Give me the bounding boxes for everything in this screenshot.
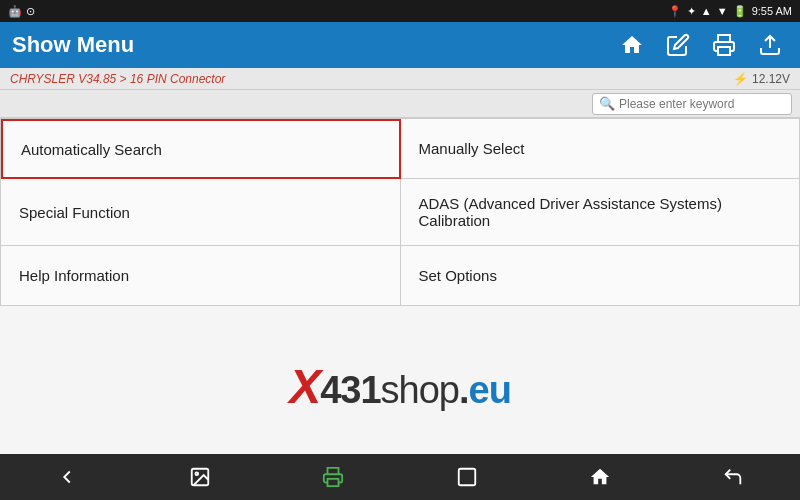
main-content: Automatically Search Manually Select Spe… [0,118,800,306]
edit-button[interactable] [660,27,696,63]
nav-home-button[interactable] [575,457,625,497]
wifi-status-icon: ▼ [717,5,728,17]
svg-rect-4 [328,479,339,486]
battery-status-icon: ⚡ [733,72,748,86]
location-icon: 📍 [668,5,682,18]
menu-item-auto-search[interactable]: Automatically Search [1,119,401,179]
logo: X431shop.eu [289,359,511,414]
svg-point-3 [195,472,198,475]
vehicle-info: CHRYSLER V34.85 > 16 PIN Connector [10,72,225,86]
time-display: 9:55 AM [752,5,792,17]
status-bar: 🤖 ⊙ 📍 ✦ ▲ ▼ 🔋 9:55 AM [0,0,800,22]
status-right: 📍 ✦ ▲ ▼ 🔋 9:55 AM [668,5,792,18]
search-icon: 🔍 [599,96,615,111]
nav-print-button[interactable] [308,457,358,497]
voltage-display: 12.12V [752,72,790,86]
menu-item-adas[interactable]: ADAS (Advanced Driver Assistance Systems… [401,179,801,246]
menu-grid: Automatically Search Manually Select Spe… [0,118,800,306]
search-input[interactable] [619,97,785,111]
logo-x: X [289,360,320,413]
export-button[interactable] [752,27,788,63]
logo-area: X431shop.eu [0,306,800,466]
nav-square-button[interactable] [442,457,492,497]
battery-icon: 🔋 [733,5,747,18]
nav-gallery-button[interactable] [175,457,225,497]
search-wrapper[interactable]: 🔍 [592,93,792,115]
print-button[interactable] [706,27,742,63]
bluetooth-icon: ✦ [687,5,696,18]
menu-item-manually-select[interactable]: Manually Select [401,119,801,179]
menu-item-special-function[interactable]: Special Function [1,179,401,246]
wifi-icon: ⊙ [26,5,35,18]
title-bar: Show Menu [0,22,800,68]
battery-info: ⚡ 12.12V [733,72,790,86]
signal-icon: ▲ [701,5,712,17]
menu-item-set-options[interactable]: Set Options [401,246,801,306]
logo-eu: eu [469,369,511,411]
nav-back-button[interactable] [42,457,92,497]
bottom-nav [0,454,800,500]
logo-shop: shop [381,369,459,411]
home-button[interactable] [614,27,650,63]
subtitle-bar: CHRYSLER V34.85 > 16 PIN Connector ⚡ 12.… [0,68,800,90]
status-left: 🤖 ⊙ [8,5,35,18]
android-icon: 🤖 [8,5,22,18]
svg-rect-5 [458,469,475,486]
menu-item-help-info[interactable]: Help Information [1,246,401,306]
logo-numbers: 431 [320,369,380,411]
title-icons [614,27,788,63]
nav-undo-button[interactable] [708,457,758,497]
search-bar: 🔍 [0,90,800,118]
svg-rect-0 [718,47,730,55]
page-title: Show Menu [12,32,134,58]
logo-dot: . [459,369,469,411]
